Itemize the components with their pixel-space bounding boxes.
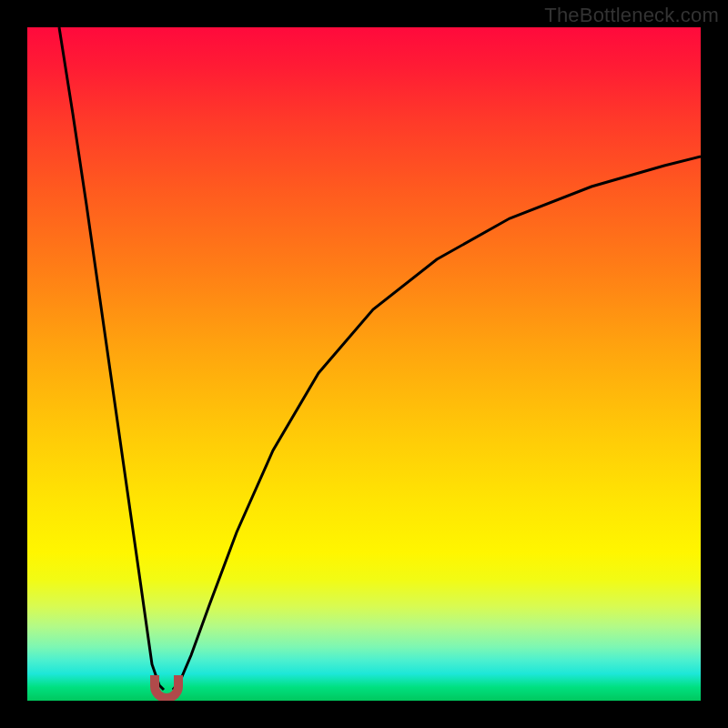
curve-right-branch <box>173 157 701 690</box>
chart-frame: TheBottleneck.com <box>0 0 728 728</box>
curve-left-branch <box>59 27 164 690</box>
bottleneck-curve <box>27 27 701 701</box>
plot-area <box>27 27 701 701</box>
trough-marker <box>150 675 183 701</box>
watermark-text: TheBottleneck.com <box>544 4 719 27</box>
